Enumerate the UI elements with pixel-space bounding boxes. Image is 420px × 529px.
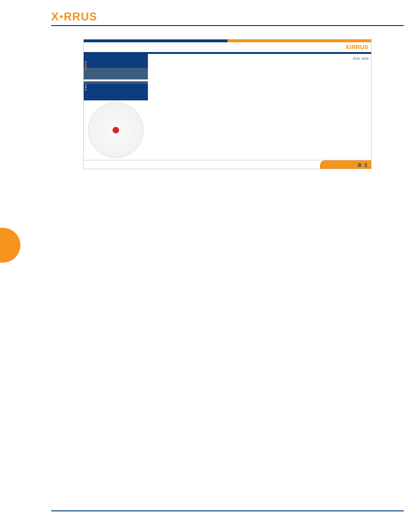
save-button[interactable] bbox=[362, 58, 368, 60]
figure-screenshot: XiRRUS bbox=[83, 39, 372, 169]
logo-text: X bbox=[51, 10, 59, 23]
page-header: XRRUS bbox=[51, 10, 404, 26]
antenna-panel bbox=[84, 100, 148, 160]
ss-main-panel bbox=[148, 54, 371, 160]
ss-sidebar bbox=[84, 54, 148, 100]
ss-status-bar: ⎙ ▯ bbox=[84, 160, 371, 169]
ss-logo: XiRRUS bbox=[346, 44, 368, 51]
xirrus-logo: XRRUS bbox=[51, 10, 97, 23]
page-icon[interactable]: ▯ bbox=[365, 162, 367, 167]
nav-logout[interactable] bbox=[84, 98, 148, 100]
footer-name bbox=[128, 163, 136, 166]
apply-button[interactable] bbox=[353, 58, 360, 60]
footer-ip bbox=[154, 163, 162, 166]
page-footer bbox=[51, 510, 404, 514]
footer-location bbox=[84, 163, 91, 166]
antenna-center-icon bbox=[113, 127, 119, 133]
thumb-tab bbox=[0, 228, 20, 263]
antenna-diagram bbox=[88, 102, 144, 158]
print-icon[interactable]: ⎙ bbox=[358, 162, 361, 167]
